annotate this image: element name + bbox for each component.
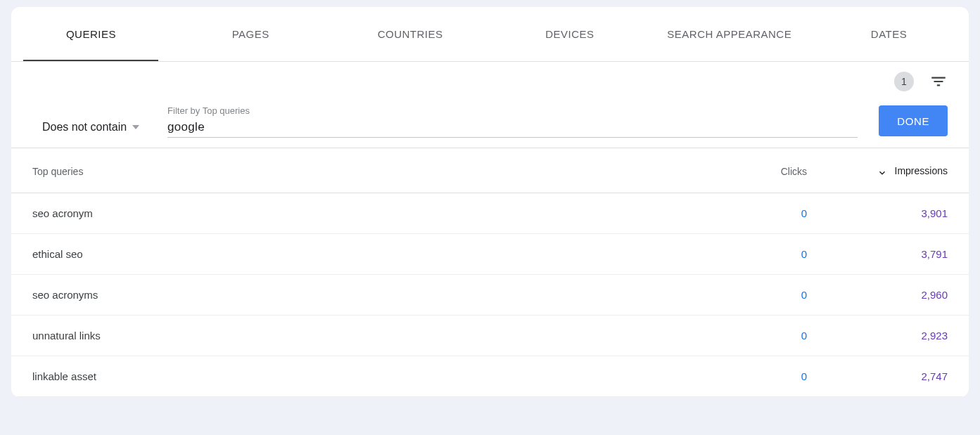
table-row[interactable]: seo acronyms02,960 <box>11 275 969 316</box>
queries-table: Top queries Clicks Impressions seo acron… <box>11 148 969 397</box>
tab-dates[interactable]: DATES <box>809 7 969 61</box>
active-filter-count-badge[interactable]: 1 <box>894 72 914 91</box>
query-cell: seo acronym <box>11 193 730 234</box>
clicks-cell: 0 <box>730 356 828 397</box>
filter-row: Does not contain Filter by Top queries D… <box>11 91 969 148</box>
query-cell: seo acronyms <box>11 275 730 316</box>
tab-devices[interactable]: DEVICES <box>490 7 649 61</box>
filter-toolbar: 1 <box>11 62 969 91</box>
tab-queries[interactable]: QUERIES <box>11 7 171 61</box>
done-button[interactable]: DONE <box>879 105 948 136</box>
filter-icon[interactable] <box>929 72 948 91</box>
tab-pages[interactable]: PAGES <box>171 7 331 61</box>
query-cell: linkable asset <box>11 356 730 397</box>
table-row[interactable]: seo acronym03,901 <box>11 193 969 234</box>
tab-countries[interactable]: COUNTRIES <box>331 7 490 61</box>
impressions-cell: 2,923 <box>828 316 969 356</box>
clicks-cell: 0 <box>730 234 828 275</box>
sort-descending-icon <box>877 166 888 177</box>
clicks-cell: 0 <box>730 193 828 234</box>
filter-field: Filter by Top queries <box>167 105 858 138</box>
impressions-cell: 2,960 <box>828 275 969 316</box>
table-row[interactable]: ethical seo03,791 <box>11 234 969 275</box>
table-row[interactable]: linkable asset02,747 <box>11 356 969 397</box>
tab-bar: QUERIESPAGESCOUNTRIESDEVICESSEARCH APPEA… <box>11 7 969 62</box>
impressions-cell: 3,901 <box>828 193 969 234</box>
column-header-clicks[interactable]: Clicks <box>730 148 828 193</box>
impressions-cell: 2,747 <box>828 356 969 397</box>
clicks-cell: 0 <box>730 275 828 316</box>
query-cell: unnatural links <box>11 316 730 356</box>
clicks-cell: 0 <box>730 316 828 356</box>
filter-query-input[interactable] <box>167 120 858 134</box>
filter-mode-dropdown[interactable]: Does not contain <box>42 121 139 138</box>
column-header-impressions[interactable]: Impressions <box>828 148 969 193</box>
filter-field-label: Filter by Top queries <box>167 105 858 116</box>
query-cell: ethical seo <box>11 234 730 275</box>
filter-mode-label: Does not contain <box>42 121 127 134</box>
tab-search-appearance[interactable]: SEARCH APPEARANCE <box>649 7 809 61</box>
chevron-down-icon <box>132 125 139 129</box>
table-row[interactable]: unnatural links02,923 <box>11 316 969 356</box>
report-card: QUERIESPAGESCOUNTRIESDEVICESSEARCH APPEA… <box>11 7 969 397</box>
column-header-query[interactable]: Top queries <box>11 148 730 193</box>
impressions-cell: 3,791 <box>828 234 969 275</box>
